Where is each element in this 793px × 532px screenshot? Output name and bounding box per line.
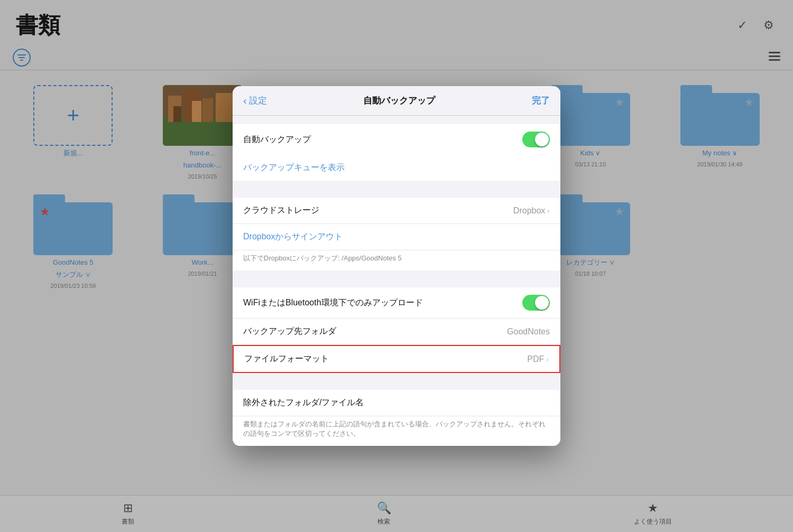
wifi-only-toggle[interactable] [522,295,550,311]
cloud-storage-label: クラウドストレージ [243,205,319,216]
modal-dialog: ‹ 設定 自動バックアップ 完了 自動バックアップ バックアップキューを表示 [233,86,560,446]
back-label: 設定 [249,95,267,107]
file-format-row[interactable]: ファイルフォーマット PDF › [233,345,560,373]
modal-done-button[interactable]: 完了 [532,95,550,107]
section-auto-backup: 自動バックアップ [233,124,560,155]
file-format-pdf: PDF [527,354,544,364]
dropbox-signout-label[interactable]: Dropboxからサインアウト [243,231,343,242]
wifi-only-row: WiFiまたはBluetooth環境下でのみアップロード [233,287,560,319]
section-gap-2 [233,270,560,279]
file-format-value: PDF › [527,354,549,364]
toggle-knob [535,296,549,310]
dropbox-signout-row[interactable]: Dropboxからサインアウト [233,224,560,250]
modal-title: 自動バックアップ [363,95,435,107]
back-chevron: ‹ [243,95,247,107]
auto-backup-label: 自動バックアップ [243,134,311,145]
section-gap-3 [233,373,560,381]
auto-backup-toggle[interactable] [522,132,550,147]
cloud-storage-value: Dropbox › [513,206,550,216]
modal-overlay: ‹ 設定 自動バックアップ 完了 自動バックアップ バックアップキューを表示 [0,0,793,532]
section-backup-queue: バックアップキューを表示 [233,155,560,181]
dropbox-path-note: 以下でDropboxにバックアップ: /Apps/GoodNotes 5 [233,250,560,270]
backup-folder-value: GoodNotes [507,327,550,337]
modal-body: 自動バックアップ バックアップキューを表示 クラウドストレージ Dr [233,124,560,446]
section-gap-1 [233,181,560,189]
cloud-storage-row[interactable]: クラウドストレージ Dropbox › [233,198,560,224]
chevron-icon: › [546,355,549,363]
excluded-folders-header: 除外されたフォルダ/ファイル名 [233,390,560,416]
cloud-storage-dropbox: Dropbox [513,206,545,216]
toggle-knob [535,133,549,146]
section-cloud: クラウドストレージ Dropbox › Dropboxからサインアウト 以下でD… [233,198,560,270]
backup-folder-label: バックアップ先フォルダ [243,326,336,337]
auto-backup-row: 自動バックアップ [233,124,560,155]
modal-header: ‹ 設定 自動バックアップ 完了 [233,86,560,116]
modal-back-button[interactable]: ‹ 設定 [243,95,267,107]
section-wifi: WiFiまたはBluetooth環境下でのみアップロード バックアップ先フォルダ… [233,287,560,373]
excluded-folders-label: 除外されたフォルダ/ファイル名 [243,397,364,408]
excluded-folders-note: 書類またはフォルダの名前に上記の語句が含まれている場合、バックアップされません。… [233,416,560,446]
chevron-icon: › [547,207,550,215]
backup-folder-row[interactable]: バックアップ先フォルダ GoodNotes [233,319,560,345]
file-format-label: ファイルフォーマット [244,353,329,365]
wifi-only-label: WiFiまたはBluetooth環境下でのみアップロード [243,297,423,309]
section-excluded: 除外されたフォルダ/ファイル名 書類またはフォルダの名前に上記の語句が含まれてい… [233,390,560,446]
backup-folder-goodnotes: GoodNotes [507,327,550,337]
backup-queue-row[interactable]: バックアップキューを表示 [233,155,560,181]
backup-queue-label[interactable]: バックアップキューを表示 [243,162,345,173]
